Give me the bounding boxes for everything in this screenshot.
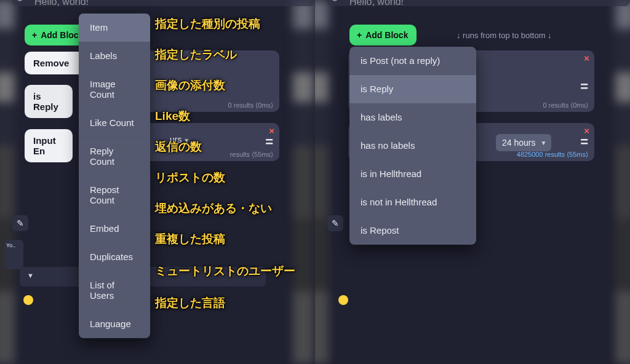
menu-item-post-not-reply[interactable]: is Post (not a reply) bbox=[349, 47, 476, 75]
pane-right: Hello, world! Add Block ↓ runs from top … bbox=[315, 0, 630, 364]
time-range-select[interactable]: 24 hours bbox=[496, 134, 551, 151]
pane-left: Hello, world! Add Block Remove is Reply … bbox=[0, 0, 315, 364]
content-blur bbox=[293, 0, 314, 364]
anno-6: 埋め込みがある・ない bbox=[155, 200, 272, 216]
input-card[interactable]: Input En bbox=[25, 129, 73, 162]
menu-item-item[interactable]: Item bbox=[79, 14, 150, 42]
sidebar-blur-r bbox=[315, 0, 329, 364]
status-dot-r bbox=[338, 295, 348, 305]
left-block1-results: 0 results ⟨0ms⟩ bbox=[228, 101, 273, 109]
chevron-down-icon: ▼ bbox=[27, 272, 34, 279]
is-reply-label: is Reply bbox=[33, 91, 58, 112]
menu-item-repost-count[interactable]: Repost Count bbox=[79, 176, 150, 215]
right-block1-results: 0 results ⟨0ms⟩ bbox=[543, 101, 588, 109]
hello-text-r: Hello, world! bbox=[349, 0, 404, 7]
menu-item-embed[interactable]: Embed bbox=[79, 215, 150, 243]
remove-label: Remove bbox=[33, 58, 69, 68]
menu-item-language[interactable]: Language bbox=[79, 310, 150, 338]
close-icon[interactable]: × bbox=[584, 53, 589, 63]
pencil-icon-r[interactable]: ✎ bbox=[327, 215, 343, 231]
post-type-menu: is Post (not a reply) is Reply has label… bbox=[349, 47, 476, 245]
anno-4: 返信の数 bbox=[155, 139, 202, 155]
left-block2-results: results ⟨55ms⟩ bbox=[230, 151, 273, 159]
hello-text: Hello, world! bbox=[34, 0, 89, 7]
menu-item-is-repost[interactable]: is Repost bbox=[349, 216, 476, 245]
item-type-menu: Item Labels Image Count Like Count Reply… bbox=[79, 14, 150, 338]
is-reply-card[interactable]: is Reply bbox=[25, 85, 73, 118]
menu-item-is-reply[interactable]: is Reply bbox=[349, 75, 476, 103]
status-dot bbox=[23, 295, 33, 305]
anno-2: 画像の添付数 bbox=[155, 77, 225, 93]
menu-item-image-count[interactable]: Image Count bbox=[79, 70, 150, 109]
anno-5: リポストの数 bbox=[155, 170, 225, 186]
menu-item-labels[interactable]: Labels bbox=[79, 42, 150, 70]
menu-item-has-no-labels[interactable]: has no labels bbox=[349, 132, 476, 160]
menu-item-like-count[interactable]: Like Count bbox=[79, 109, 150, 137]
add-block-label-r: Add Block bbox=[365, 30, 408, 40]
menu-item-list-of-users[interactable]: List of Users bbox=[79, 271, 150, 310]
menu-item-in-hellthread[interactable]: is in Hellthread bbox=[349, 160, 476, 188]
pencil-icon[interactable]: ✎ bbox=[12, 215, 28, 231]
drag-handle-icon[interactable]: = bbox=[580, 79, 588, 95]
right-block2-results: 4825000 results ⟨55ms⟩ bbox=[517, 151, 588, 159]
menu-item-not-in-hellthread[interactable]: is not in Hellthread bbox=[349, 188, 476, 216]
remove-card[interactable]: Remove bbox=[25, 52, 85, 74]
sidebar-blur bbox=[0, 0, 15, 364]
content-blur-r bbox=[615, 0, 630, 364]
drag-handle-icon[interactable]: = bbox=[265, 134, 273, 150]
anno-0: 指定した種別の投稿 bbox=[155, 16, 260, 32]
runs-hint: ↓ runs from top to bottom ↓ bbox=[457, 31, 552, 40]
anno-7: 重複した投稿 bbox=[155, 231, 225, 247]
menu-item-has-labels[interactable]: has labels bbox=[349, 103, 476, 132]
menu-item-reply-count[interactable]: Reply Count bbox=[79, 137, 150, 176]
input-label: Input En bbox=[33, 135, 56, 156]
yo-chip[interactable]: Yo.. bbox=[5, 240, 23, 269]
add-block-label: Add Block bbox=[41, 30, 83, 40]
anno-9: 指定した言語 bbox=[155, 295, 225, 311]
anno-1: 指定したラベル bbox=[155, 47, 237, 63]
drag-handle-icon[interactable]: = bbox=[580, 134, 588, 150]
add-block-button-r[interactable]: Add Block bbox=[349, 25, 417, 46]
anno-8: ミュートリストのユーザー bbox=[155, 263, 295, 279]
menu-item-duplicates[interactable]: Duplicates bbox=[79, 243, 150, 271]
anno-3: Like数 bbox=[155, 108, 190, 124]
